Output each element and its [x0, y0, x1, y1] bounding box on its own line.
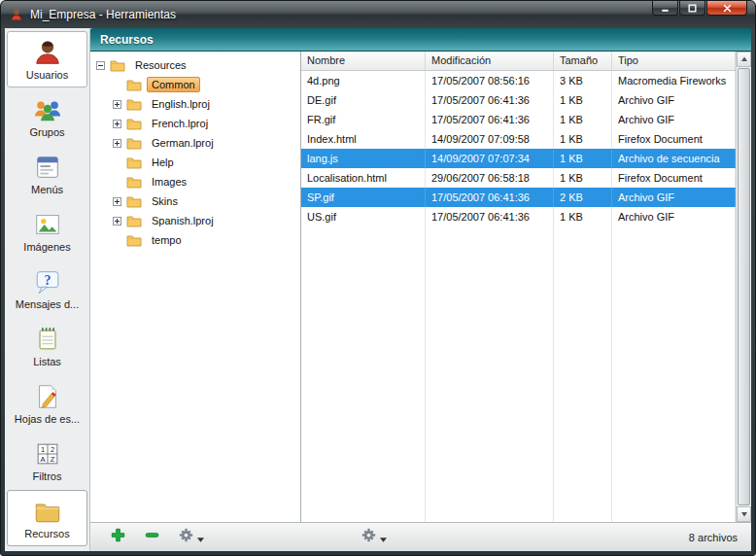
collapse-icon[interactable] — [96, 61, 105, 70]
tree-item-label: German.lproj — [147, 135, 219, 151]
tree-item-label: tempo — [147, 232, 187, 248]
sidebar-item-label: Imágenes — [23, 241, 70, 253]
item-count: 8 archivos — [689, 532, 738, 543]
tree-item-skins[interactable]: Skins — [90, 191, 300, 211]
minimize-button[interactable] — [652, 1, 678, 16]
tree-item-german-lproj[interactable]: German.lproj — [90, 133, 300, 153]
sidebar-item-grupos[interactable]: Grupos — [7, 88, 87, 145]
scroll-up-button[interactable] — [737, 52, 751, 67]
close-button[interactable] — [706, 1, 747, 16]
gear-icon — [179, 528, 193, 546]
tree-item-english-lproj[interactable]: English.lproj — [90, 94, 300, 114]
file-row-index-html[interactable]: Index.html14/09/2007 07:09:581 KBFirefox… — [301, 129, 736, 149]
sidebar-item-menus[interactable]: Menús — [7, 146, 87, 202]
file-row-us-gif[interactable]: US.gif17/05/2007 06:41:361 KBArchivo GIF — [301, 207, 736, 226]
tree-item-common[interactable]: Common — [90, 75, 300, 94]
tree-item-tempo[interactable]: tempo — [90, 230, 300, 250]
expand-icon[interactable] — [113, 100, 121, 109]
file-cell-nombre: lang.js — [301, 149, 426, 168]
file-actions-menu-button[interactable] — [359, 526, 390, 548]
tree-item-images[interactable]: Images — [90, 172, 300, 191]
column-header-modificacion[interactable]: Modificación — [426, 52, 554, 70]
app-window: Mi_Empresa - Herramientas UsuariosGrupos… — [0, 0, 756, 556]
file-cell-nombre: US.gif — [301, 207, 426, 226]
file-row-lang-js[interactable]: lang.js14/09/2007 07:07:341 KBArchivo de… — [301, 149, 736, 168]
tree-item-label: Help — [147, 155, 179, 170]
sidebar-item-mensajes[interactable]: ?Mensajes d... — [7, 261, 87, 317]
tree-item-label: French.lproj — [147, 116, 213, 131]
tree-item-french-lproj[interactable]: French.lproj — [90, 114, 300, 133]
resources-icon — [33, 497, 62, 526]
groups-icon — [33, 95, 62, 124]
sidebar: UsuariosGruposMenúsImágenes?Mensajes d..… — [5, 28, 90, 551]
user-icon — [33, 38, 62, 67]
file-cell-tipo: Archivo GIF — [612, 90, 736, 110]
table-filler — [301, 226, 736, 522]
sidebar-item-label: Usuarios — [26, 69, 68, 81]
file-cell-tipo: Archivo de secuencia — [612, 149, 736, 168]
lists-icon — [33, 325, 62, 354]
file-row-sp-gif[interactable]: SP.gif17/05/2007 06:41:362 KBArchivo GIF — [301, 188, 736, 207]
file-cell-tamano: 1 KB — [554, 207, 612, 226]
tree-item-spanish-lproj[interactable]: Spanish.lproj — [90, 211, 300, 230]
sheets-icon — [33, 382, 62, 411]
svg-text:2: 2 — [50, 445, 53, 454]
file-row-localisation-html[interactable]: Localisation.html29/06/2007 06:58:181 KB… — [301, 168, 736, 188]
expand-icon[interactable] — [113, 197, 121, 206]
scroll-down-button[interactable] — [737, 506, 751, 522]
file-row-de-gif[interactable]: DE.gif17/05/2007 06:41:361 KBArchivo GIF — [301, 90, 736, 110]
file-cell-modificacion: 17/05/2007 06:41:36 — [426, 188, 554, 207]
titlebar[interactable]: Mi_Empresa - Herramientas — [1, 1, 755, 28]
sidebar-item-recursos[interactable]: Recursos — [7, 490, 87, 546]
file-cell-modificacion: 14/09/2007 07:09:58 — [426, 129, 554, 149]
tree-item-resources[interactable]: Resources — [90, 55, 300, 75]
images-icon — [33, 210, 62, 239]
filters-icon: 12AZ — [33, 439, 62, 469]
sidebar-item-imagenes[interactable]: Imágenes — [7, 203, 87, 260]
file-cell-tamano: 3 KB — [554, 71, 612, 90]
filler-cell — [554, 226, 612, 522]
expand-icon[interactable] — [113, 139, 121, 148]
column-header-tamano[interactable]: Tamaño — [554, 52, 612, 70]
main-body: ResourcesCommonEnglish.lprojFrench.lproj… — [90, 52, 751, 522]
sidebar-item-label: Filtros — [33, 470, 62, 482]
column-header-tipo[interactable]: Tipo — [612, 52, 736, 70]
file-table: NombreModificaciónTamañoTipo 4d.png17/05… — [301, 52, 736, 522]
sidebar-item-filtros[interactable]: 12AZFiltros — [7, 433, 87, 489]
file-cell-modificacion: 29/06/2007 06:58:18 — [426, 168, 554, 188]
window-content: UsuariosGruposMenúsImágenes?Mensajes d..… — [5, 28, 751, 551]
main-area: Recursos ResourcesCommonEnglish.lprojFre… — [90, 28, 751, 551]
column-header-nombre[interactable]: Nombre — [301, 52, 426, 70]
section-title: Recursos — [100, 33, 154, 47]
folder-icon — [126, 136, 142, 150]
sidebar-item-label: Grupos — [29, 126, 64, 138]
sidebar-item-usuarios[interactable]: Usuarios — [7, 31, 87, 87]
vertical-scrollbar[interactable] — [736, 52, 751, 522]
file-cell-tamano: 1 KB — [554, 110, 612, 129]
file-cell-modificacion: 17/05/2007 06:41:36 — [426, 90, 554, 110]
window-title: Mi_Empresa - Herramientas — [30, 8, 176, 21]
sidebar-item-hojas[interactable]: Hojas de es... — [7, 375, 87, 432]
bottom-toolbar: 8 archivos — [90, 522, 751, 551]
expand-icon[interactable] — [113, 120, 121, 128]
tree-item-label: English.lproj — [147, 96, 215, 112]
tree-item-label: Common — [147, 77, 200, 92]
folder-icon — [126, 233, 142, 247]
file-row-4d-png[interactable]: 4d.png17/05/2007 08:56:163 KBMacromedia … — [301, 71, 736, 90]
file-row-fr-gif[interactable]: FR.gif17/05/2007 06:41:361 KBArchivo GIF — [301, 110, 736, 129]
sidebar-item-label: Listas — [33, 356, 61, 367]
file-cell-tipo: Macromedia Fireworks — [612, 71, 736, 90]
add-button[interactable] — [108, 526, 128, 548]
remove-button[interactable] — [142, 526, 162, 548]
folder-icon — [126, 156, 142, 169]
scrollbar-thumb[interactable] — [738, 68, 750, 505]
tree-actions-menu-button[interactable] — [176, 526, 207, 548]
tree-item-help[interactable]: Help — [90, 153, 300, 172]
tree-item-label: Skins — [147, 193, 183, 209]
file-cell-tipo: Firefox Document — [612, 129, 736, 149]
expand-icon[interactable] — [113, 217, 121, 226]
maximize-button[interactable] — [679, 1, 705, 16]
folder-icon — [126, 78, 142, 91]
sidebar-item-listas[interactable]: Listas — [7, 318, 87, 374]
file-cell-tipo: Archivo GIF — [612, 188, 736, 207]
